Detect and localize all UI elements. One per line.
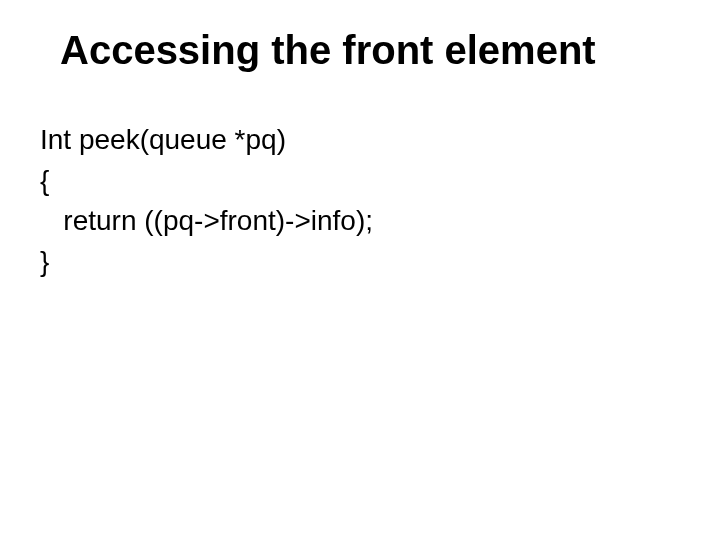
slide: Accessing the front element Int peek(que… bbox=[0, 0, 720, 540]
slide-title: Accessing the front element bbox=[60, 28, 690, 72]
code-line-2: { bbox=[40, 161, 680, 202]
code-line-1: Int peek(queue *pq) bbox=[40, 120, 680, 161]
code-block: Int peek(queue *pq) { return ((pq->front… bbox=[40, 120, 680, 282]
code-line-4: } bbox=[40, 242, 680, 283]
code-line-3: return ((pq->front)->info); bbox=[40, 201, 680, 242]
